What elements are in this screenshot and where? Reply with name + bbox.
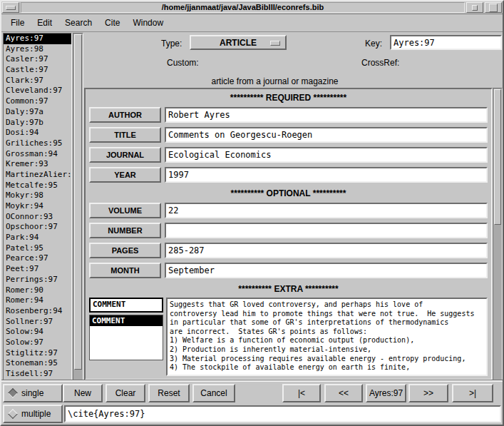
option-menu-icon <box>270 41 280 46</box>
extra-section-header: ********** EXTRA ********** <box>86 284 491 295</box>
cancel-button[interactable]: Cancel <box>192 384 235 402</box>
title-field-label[interactable]: TITLE <box>89 127 161 143</box>
list-item[interactable]: Castle:97 <box>4 65 71 76</box>
bottom-bar: single multiple New Clear Reset Cancel |… <box>1 380 503 425</box>
field-row-year: YEAR <box>86 165 491 185</box>
maximize-button[interactable] <box>485 2 502 13</box>
list-item[interactable]: Park:94 <box>4 233 71 243</box>
list-item[interactable]: Casler:97 <box>4 54 71 65</box>
single-mode-button[interactable]: single <box>3 384 63 402</box>
list-item[interactable]: Patel:95 <box>4 243 71 254</box>
type-label: Type: <box>161 39 182 49</box>
list-scrollbar[interactable] <box>73 33 83 380</box>
menu-search[interactable]: Search <box>65 18 92 28</box>
maximize-icon <box>489 4 498 12</box>
list-item[interactable]: Dosi:94 <box>4 128 71 138</box>
dropdown-item-comment[interactable]: COMMENT <box>90 315 163 326</box>
list-item[interactable]: Stoneman:95 <box>4 358 71 369</box>
list-item[interactable]: OConnor:93 <box>4 212 71 223</box>
new-button[interactable]: New <box>63 384 103 402</box>
volume-input[interactable] <box>165 203 488 218</box>
list-item[interactable]: Romer:94 <box>4 295 71 306</box>
cite-input[interactable] <box>64 405 501 422</box>
field-row-month: MONTH <box>86 260 491 280</box>
reset-button[interactable]: Reset <box>148 384 190 402</box>
year-input[interactable] <box>165 167 488 183</box>
list-item[interactable]: Clark:97 <box>4 76 71 86</box>
list-item[interactable]: Daly:97b <box>4 118 71 128</box>
menu-file[interactable]: File <box>11 18 24 28</box>
nav-prev-button[interactable]: << <box>324 384 363 402</box>
window-menu-icon <box>6 6 16 10</box>
list-item[interactable]: Common:97 <box>4 96 71 107</box>
list-item[interactable]: Ayres:97 <box>4 34 71 44</box>
journal-input[interactable] <box>165 147 488 163</box>
pages-field-label[interactable]: PAGES <box>89 243 161 258</box>
number-input[interactable] <box>165 223 488 238</box>
scrollbar-thumb[interactable] <box>74 34 82 370</box>
list-item[interactable]: Opschoor:97 <box>4 222 71 233</box>
nav-first-button[interactable]: |< <box>282 384 321 402</box>
clear-button[interactable]: Clear <box>106 384 145 402</box>
multiple-mode-button[interactable]: multiple <box>3 405 63 423</box>
month-field-label[interactable]: MONTH <box>89 263 161 278</box>
list-item[interactable]: Moykr:94 <box>4 201 71 212</box>
list-item[interactable]: Rosenberg:94 <box>4 306 71 317</box>
entry-header: Type: ARTICLE Key: Custom: CrossRef: art… <box>84 33 503 88</box>
crossref-label: CrossRef: <box>361 58 399 68</box>
titlebar: /home/jjanmaat/java/JavaBibIII/econrefs.… <box>1 1 503 14</box>
nav-current-button[interactable]: Ayres:97 <box>366 384 406 402</box>
list-item[interactable]: Peet:97 <box>4 264 71 275</box>
list-item[interactable]: Perrings:97 <box>4 275 71 285</box>
author-input[interactable] <box>165 107 488 123</box>
list-item[interactable]: Grossman:94 <box>4 149 71 160</box>
number-field-label[interactable]: NUMBER <box>89 223 161 238</box>
scrollbar-thumb[interactable] <box>494 89 501 225</box>
menu-window[interactable]: Window <box>133 18 163 28</box>
list-item[interactable]: Daly:97a <box>4 107 71 118</box>
comment-textarea[interactable]: Suggests that GR loved controversy, and … <box>166 298 488 376</box>
author-field-label[interactable]: AUTHOR <box>89 107 161 123</box>
minimize-button[interactable] <box>466 2 483 13</box>
reference-list: Ayres:97 Ayres:98 Casler:97 Castle:97 Cl… <box>3 33 72 380</box>
nav-next-button[interactable]: >> <box>408 384 448 402</box>
journal-field-label[interactable]: JOURNAL <box>89 147 161 163</box>
list-item[interactable]: Tisdell:97 <box>4 369 71 380</box>
application-window: /home/jjanmaat/java/JavaBibIII/econrefs.… <box>0 0 504 426</box>
list-item[interactable]: Griliches:95 <box>4 138 71 149</box>
list-item[interactable]: Mokyr:98 <box>4 191 71 201</box>
nav-last-button[interactable]: >| <box>452 384 493 402</box>
window-menu-button[interactable] <box>2 2 19 13</box>
list-item[interactable]: Romer:90 <box>4 285 71 296</box>
list-item[interactable]: Metcalfe:95 <box>4 181 71 191</box>
list-item[interactable]: Pearce:97 <box>4 253 71 264</box>
list-item[interactable]: Cleveland:97 <box>4 86 71 96</box>
field-row-title: TITLE <box>86 125 491 145</box>
list-item[interactable]: Solow:94 <box>4 327 71 338</box>
list-item[interactable]: MartinezAlier:9 <box>4 170 71 181</box>
volume-field-label[interactable]: VOLUME <box>89 203 161 218</box>
single-radio-icon <box>8 388 18 398</box>
month-input[interactable] <box>165 263 488 278</box>
extra-area: COMMENT COMMENT Suggests that GR loved c… <box>86 296 491 376</box>
list-item[interactable]: Stiglitz:97 <box>4 348 71 359</box>
extra-field-name-input[interactable]: COMMENT <box>89 298 163 313</box>
form-scrollbar[interactable] <box>493 88 503 380</box>
title-input[interactable] <box>165 127 488 143</box>
list-item[interactable]: Kremer:93 <box>4 159 71 170</box>
minimize-icon <box>472 5 478 11</box>
extra-field-selector: COMMENT COMMENT <box>89 298 163 376</box>
field-row-pages: PAGES <box>86 240 491 260</box>
pages-input[interactable] <box>165 243 488 258</box>
required-section-header: ********** REQUIRED ********** <box>86 93 491 103</box>
key-input[interactable] <box>390 35 502 50</box>
year-field-label[interactable]: YEAR <box>89 167 161 183</box>
list-item[interactable]: Ayres:98 <box>4 44 71 55</box>
multiple-label: multiple <box>21 409 51 419</box>
menu-cite[interactable]: Cite <box>105 18 120 28</box>
type-dropdown[interactable]: ARTICLE <box>190 35 287 50</box>
key-label: Key: <box>365 39 382 49</box>
menu-edit[interactable]: Edit <box>37 18 52 28</box>
list-item[interactable]: Sollner:97 <box>4 317 71 328</box>
list-item[interactable]: Solow:97 <box>4 338 71 348</box>
